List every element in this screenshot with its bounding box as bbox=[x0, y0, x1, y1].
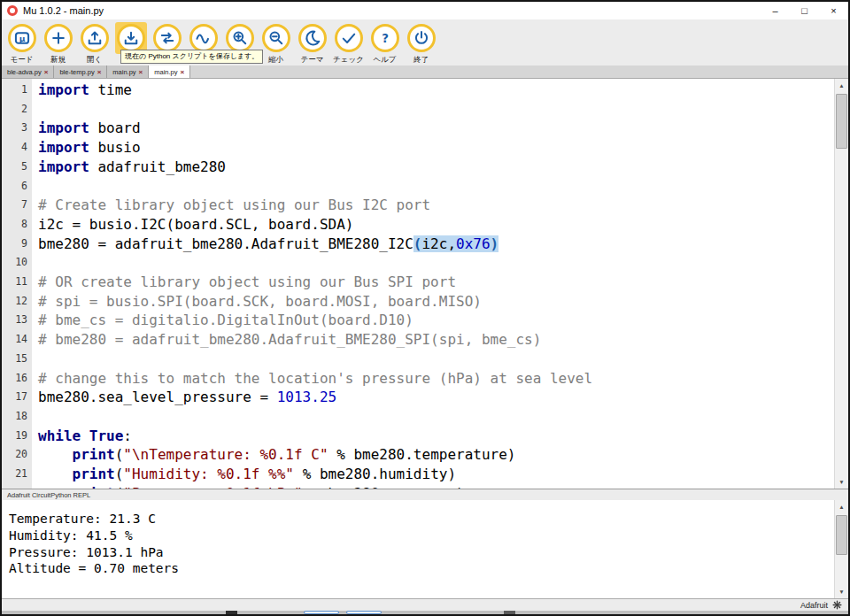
code-line: # change this to match the location's pr… bbox=[38, 369, 834, 389]
code-line: import adafruit_bme280 bbox=[38, 158, 834, 177]
background-fragment bbox=[346, 611, 382, 614]
code-token: 0x76 bbox=[456, 235, 491, 252]
code-token: % bme280.temperature) bbox=[328, 446, 516, 463]
scroll-down-icon[interactable]: ▼ bbox=[835, 585, 848, 598]
repl-line: Pressure: 1013.1 hPa bbox=[9, 544, 834, 561]
code-line: # spi = busio.SPI(board.SCK, board.MOSI,… bbox=[38, 292, 834, 312]
code-token bbox=[38, 485, 73, 489]
code-token bbox=[38, 466, 73, 482]
code-token: board bbox=[89, 119, 141, 136]
check-button-frame bbox=[333, 22, 365, 54]
code-token: import bbox=[38, 119, 89, 136]
code-line: print("Humidity: %0.1f %%" % bme280.humi… bbox=[38, 465, 834, 484]
code-token: ( bbox=[115, 485, 124, 489]
help-button-frame: ? bbox=[369, 22, 401, 54]
tab-close-icon[interactable]: × bbox=[97, 68, 102, 76]
help-button[interactable]: ?ヘルプ bbox=[367, 22, 403, 64]
editor-scrollbar-thumb[interactable] bbox=[836, 94, 847, 149]
code-line: import busio bbox=[38, 138, 834, 158]
code-token: print bbox=[73, 446, 115, 463]
svg-text:?: ? bbox=[382, 32, 389, 45]
close-button[interactable]: × bbox=[819, 2, 848, 19]
line-number-gutter: 12345678910111213141516171819202122 bbox=[2, 79, 32, 489]
minimize-button[interactable]: – bbox=[761, 2, 790, 19]
mode-button[interactable]: µモード bbox=[4, 22, 40, 64]
tab-main-py[interactable]: main.py× bbox=[107, 65, 149, 78]
zoom-in-icon bbox=[226, 24, 254, 52]
repl-scrollbar-thumb[interactable] bbox=[836, 515, 847, 555]
repl-panel-header: Adafruit CircuitPython REPL bbox=[2, 489, 848, 500]
tab-ble-adva-py[interactable]: ble-adva.py× bbox=[2, 65, 54, 78]
scroll-down-icon[interactable]: ▼ bbox=[835, 475, 848, 489]
tab-close-icon[interactable]: × bbox=[181, 68, 185, 76]
window-title: Mu 1.0.2 - main.py bbox=[23, 5, 104, 16]
line-number: 14 bbox=[2, 330, 27, 350]
tab-label: ble-temp.py bbox=[59, 68, 94, 76]
tab-bar: ble-adva.py×ble-temp.py×main.py×main.py× bbox=[2, 65, 848, 79]
line-number: 7 bbox=[2, 196, 27, 215]
code-line: # OR create library object using our Bus… bbox=[38, 273, 834, 292]
check-icon bbox=[335, 24, 363, 52]
toolbar-button-label: テーマ bbox=[301, 55, 324, 64]
code-token: i2c = busio.I2C(board.SCL, board.SDA) bbox=[38, 216, 353, 233]
code-line: bme280 = adafruit_bme280.Adafruit_BME280… bbox=[38, 235, 834, 254]
line-number: 18 bbox=[2, 407, 27, 427]
code-token: # OR create library object using our Bus… bbox=[38, 273, 456, 290]
load-button[interactable]: 開く bbox=[76, 22, 112, 64]
theme-button-frame bbox=[297, 22, 328, 54]
theme-button[interactable]: テーマ bbox=[294, 22, 330, 64]
code-token: 1013.25 bbox=[277, 389, 336, 405]
tab-label: ble-adva.py bbox=[7, 68, 42, 76]
code-line: # Create library object using our Bus I2… bbox=[38, 196, 834, 215]
tab-main-py[interactable]: main.py× bbox=[149, 65, 190, 78]
svg-text:µ: µ bbox=[19, 34, 25, 43]
editor[interactable]: 12345678910111213141516171819202122 impo… bbox=[2, 79, 848, 489]
editor-scrollbar[interactable]: ▲ ▼ bbox=[834, 79, 848, 489]
quit-button[interactable]: 終了 bbox=[403, 22, 439, 64]
background-window-strip bbox=[2, 611, 848, 614]
repl-line: Humidity: 41.5 % bbox=[9, 527, 834, 544]
scroll-up-icon[interactable]: ▲ bbox=[835, 79, 848, 92]
toolbar-button-label: ヘルプ bbox=[373, 55, 396, 64]
code-token: import bbox=[38, 81, 89, 98]
toolbar-button-label: 終了 bbox=[413, 55, 429, 64]
repl-scrollbar[interactable]: ▲ ▼ bbox=[834, 500, 848, 598]
line-number: 20 bbox=[2, 445, 27, 465]
zoom-out-button-frame bbox=[260, 22, 292, 54]
window-controls: – □ × bbox=[761, 2, 848, 19]
load-button-frame bbox=[79, 22, 111, 54]
help-icon: ? bbox=[371, 24, 399, 52]
tab-close-icon[interactable]: × bbox=[139, 68, 143, 76]
code-line: print("Pressure: %0.1f hPa" % bme280.pre… bbox=[38, 484, 834, 489]
load-icon bbox=[81, 24, 109, 52]
line-number: 22 bbox=[2, 484, 27, 489]
code-token: print bbox=[73, 466, 115, 482]
tab-close-icon[interactable]: × bbox=[44, 68, 49, 76]
repl-panel[interactable]: Temperature: 21.3 CHumidity: 41.5 %Press… bbox=[2, 500, 848, 598]
code-token: time bbox=[89, 81, 132, 98]
line-number: 1 bbox=[2, 81, 27, 100]
code-area[interactable]: import time import boardimport busioimpo… bbox=[32, 79, 834, 489]
repl-line: Altitude = 0.70 meters bbox=[9, 560, 834, 577]
line-number: 13 bbox=[2, 311, 27, 330]
tab-ble-temp-py[interactable]: ble-temp.py× bbox=[54, 65, 107, 78]
toolbar-button-label: チェック bbox=[333, 55, 364, 64]
code-token: bme280.sea_level_pressure = bbox=[38, 389, 277, 405]
toolbar-button-label: 縮小 bbox=[268, 55, 283, 64]
repl-panel-title: Adafruit CircuitPython REPL bbox=[7, 491, 90, 499]
code-token: # Create library object using our Bus I2… bbox=[38, 196, 430, 213]
check-button[interactable]: チェック bbox=[330, 22, 367, 64]
toolbar-button-label: 新規 bbox=[50, 55, 66, 64]
code-token: % bme280.pressure) bbox=[303, 485, 465, 489]
gear-icon[interactable] bbox=[832, 600, 842, 610]
line-number: 21 bbox=[2, 465, 27, 484]
serial-icon bbox=[153, 24, 182, 52]
code-token: print bbox=[73, 485, 115, 489]
mu-window: Mu 1.0.2 - main.py – □ × µモード新規開く拡大縮小テーマ… bbox=[2, 2, 848, 611]
scroll-up-icon[interactable]: ▲ bbox=[835, 500, 848, 513]
plotter-icon bbox=[189, 24, 218, 52]
maximize-button[interactable]: □ bbox=[790, 2, 819, 19]
title-bar[interactable]: Mu 1.0.2 - main.py – □ × bbox=[2, 2, 848, 19]
new-button[interactable]: 新規 bbox=[40, 22, 76, 64]
background-fragment bbox=[304, 611, 339, 614]
